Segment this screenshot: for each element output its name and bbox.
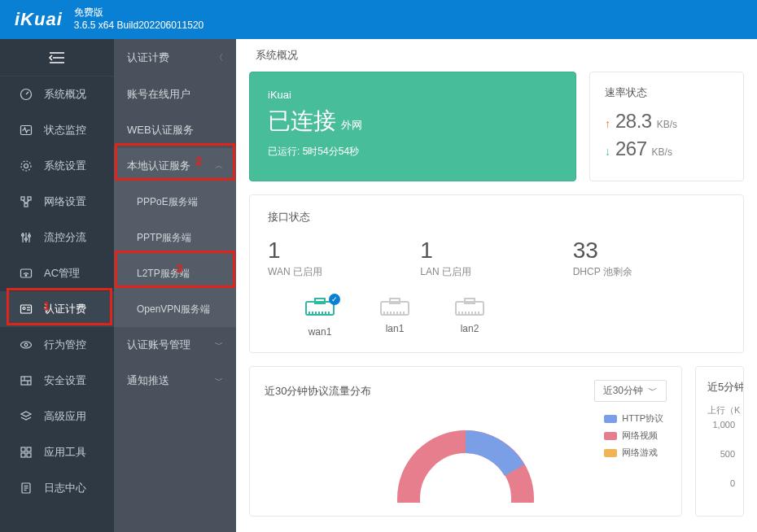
svg-rect-32 — [21, 447, 25, 451]
chevron-left-icon: 〈 — [215, 52, 223, 63]
nav2-head-label: 认证计费 — [127, 50, 169, 65]
nav2-pppoe[interactable]: PPPoE服务端 — [114, 184, 236, 220]
nav1-flow[interactable]: 流控分流 — [0, 220, 114, 255]
nav1-advanced[interactable]: 高级应用 — [0, 399, 114, 434]
version-label: 免费版 — [74, 7, 203, 20]
port-name: wan1 — [308, 326, 332, 338]
nav1-ac[interactable]: AC管理 — [0, 255, 114, 291]
rate-unit: KB/s — [652, 146, 672, 158]
svg-point-25 — [21, 342, 32, 348]
nav2-label: WEB认证服务 — [127, 123, 194, 137]
donut-chart — [388, 421, 543, 503]
nav1-system[interactable]: 系统设置 — [0, 148, 114, 184]
traffic-legend: HTTP协议 网络视频 网络游戏 — [604, 412, 663, 464]
legend-swatch — [604, 415, 617, 423]
nav2-openvpn[interactable]: OpenVPN服务端 — [114, 291, 236, 327]
wifi-icon — [16, 267, 36, 280]
port-lan1[interactable]: lan1 — [362, 297, 427, 338]
connect-ext: 外网 — [341, 118, 362, 133]
svg-rect-34 — [21, 453, 25, 457]
nav2-label: OpenVPN服务端 — [137, 303, 210, 316]
nav2-label: 账号在线用户 — [127, 87, 190, 102]
nav2-l2tp[interactable]: L2TP服务端 — [114, 255, 236, 291]
nav2-web-auth[interactable]: WEB认证服务 — [114, 112, 236, 148]
legend-item: HTTP协议 — [604, 412, 663, 425]
nav2-notify[interactable]: 通知推送﹀ — [114, 363, 236, 399]
nav1-security[interactable]: 安全设置 — [0, 363, 114, 399]
sidebar-secondary: 认证计费〈 账号在线用户 WEB认证服务 本地认证服务︿ PPPoE服务端 PP… — [114, 39, 236, 532]
id-card-icon — [16, 303, 36, 316]
main-content: 系统概况 iKuai 已连接 外网 已运行: 5时54分54秒 速率状态 ↑ 2… — [236, 39, 757, 532]
svg-rect-33 — [27, 447, 31, 451]
app-logo: iKuai — [15, 9, 63, 30]
nav1-auth[interactable]: 认证计费 — [0, 291, 114, 327]
port-name: lan1 — [386, 323, 405, 334]
nav2-local-auth[interactable]: 本地认证服务︿ — [114, 148, 236, 184]
nav1-label: 系统概况 — [44, 87, 86, 102]
rate-download: ↓ 267 KB/s — [605, 137, 729, 160]
build-string: 3.6.5 x64 Build202206011520 — [74, 20, 203, 33]
rt-tick: 1,000 — [707, 420, 735, 430]
rt-title: 近5分钟上 — [707, 380, 735, 395]
svg-point-26 — [24, 343, 28, 347]
app-header: iKuai 免费版 3.6.5 x64 Build202206011520 — [0, 0, 757, 39]
rate-down-value: 267 — [615, 137, 647, 160]
legend-swatch — [604, 449, 617, 457]
traffic-title: 近30分钟协议流量分布 — [265, 384, 371, 399]
svg-rect-35 — [27, 453, 31, 457]
svg-point-22 — [23, 307, 25, 310]
svg-line-4 — [26, 92, 28, 94]
card-rate: 速率状态 ↑ 28.3 KB/s ↓ 267 KB/s — [589, 72, 744, 181]
nav1-label: 应用工具 — [44, 445, 86, 460]
svg-rect-9 — [28, 197, 31, 200]
nav2-head[interactable]: 认证计费〈 — [114, 39, 236, 76]
nav2-label: 本地认证服务 — [127, 159, 190, 173]
rt-axis-label: 上行（K — [707, 404, 735, 416]
connect-brand: iKuai — [268, 89, 558, 101]
chevron-down-icon: ﹀ — [215, 339, 223, 351]
svg-line-11 — [23, 200, 26, 203]
nav2-pptp[interactable]: PPTP服务端 — [114, 220, 236, 255]
nav1-logs[interactable]: 日志中心 — [0, 470, 114, 506]
nav1-behavior[interactable]: 行为管控 — [0, 327, 114, 363]
svg-marker-31 — [21, 412, 31, 416]
connect-runtime: 已运行: 5时54分54秒 — [268, 145, 558, 159]
nav1-network[interactable]: 网络设置 — [0, 184, 114, 220]
nav2-online-users[interactable]: 账号在线用户 — [114, 76, 236, 112]
nav1-label: 安全设置 — [44, 373, 86, 388]
port-lan2[interactable]: lan2 — [437, 297, 502, 338]
card-interface: 接口状态 1WAN 已启用 1LAN 已启用 33DHCP 池剩余 ✓ wan1… — [249, 194, 744, 353]
nav2-label: PPPoE服务端 — [137, 195, 198, 209]
nav2-account-mgmt[interactable]: 认证账号管理﹀ — [114, 327, 236, 363]
nav1-overview[interactable]: 系统概况 — [0, 76, 114, 112]
nav1-label: 状态监控 — [44, 123, 86, 137]
sidebar-toggle[interactable] — [0, 39, 114, 76]
nav1-tools[interactable]: 应用工具 — [0, 434, 114, 470]
connect-status: 已连接 外网 — [268, 106, 558, 137]
sliders-icon — [16, 231, 36, 244]
svg-point-7 — [21, 161, 31, 171]
nav2-label: PPTP服务端 — [137, 231, 191, 245]
legend-item: 网络视频 — [604, 430, 663, 442]
rate-title: 速率状态 — [605, 85, 729, 100]
port-wan1[interactable]: ✓ wan1 — [287, 297, 352, 338]
nav1-status[interactable]: 状态监控 — [0, 112, 114, 148]
layers-icon — [16, 410, 36, 423]
grid-icon — [16, 446, 36, 459]
iface-stat-dhcp: 33DHCP 池剩余 — [573, 238, 725, 279]
iface-stat-lan: 1LAN 已启用 — [420, 238, 572, 279]
version-info: 免费版 3.6.5 x64 Build202206011520 — [74, 7, 203, 32]
iface-title: 接口状态 — [268, 210, 725, 225]
sidebar-primary: 系统概况 状态监控 系统设置 网络设置 流控分流 AC管理 认证计费 行为管控 … — [0, 39, 114, 532]
ethernet-port-icon — [454, 297, 485, 318]
nav2-label: 通知推送 — [127, 373, 169, 388]
traffic-range-select[interactable]: 近30分钟﹀ — [594, 380, 667, 402]
nav1-label: AC管理 — [44, 266, 80, 281]
rate-unit: KB/s — [657, 119, 677, 130]
nav1-label: 认证计费 — [44, 302, 86, 316]
card-connect: iKuai 已连接 外网 已运行: 5时54分54秒 — [249, 72, 576, 181]
svg-point-20 — [25, 275, 27, 277]
rate-upload: ↑ 28.3 KB/s — [605, 110, 729, 133]
rate-up-value: 28.3 — [615, 110, 652, 133]
menu-icon — [48, 51, 66, 64]
